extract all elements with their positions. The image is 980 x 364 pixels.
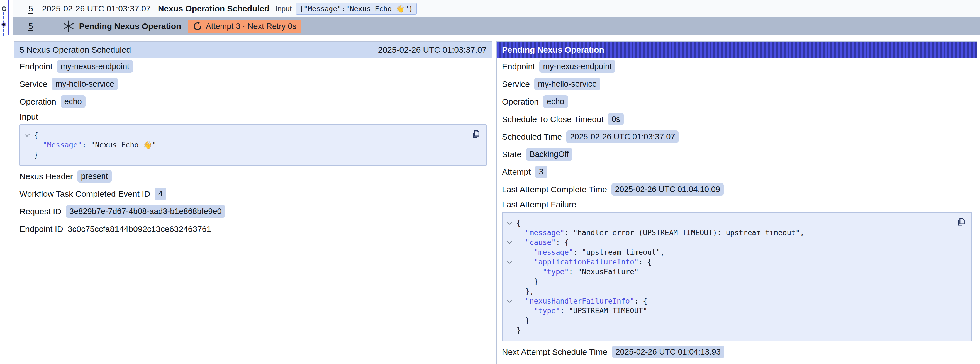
pending-event-title: Pending Nexus Operation — [79, 21, 181, 31]
pending-panel-title: Pending Nexus Operation — [502, 45, 604, 54]
detail-field-endpoint-id: Endpoint ID3c0c75ccfa8144b092c13ce632463… — [19, 220, 487, 238]
failure-code-block: { "message": "handler error (UPSTREAM_TI… — [502, 212, 972, 342]
collapse-chevron-icon[interactable] — [20, 134, 34, 137]
code-line-text: { — [34, 131, 38, 140]
field-label: State — [502, 150, 522, 159]
detail-field-scheduled-time: Scheduled Time2025-02-26 UTC 01:03:37.07 — [502, 128, 972, 145]
field-label: Scheduled Time — [502, 132, 562, 142]
scheduled-panel-timestamp: 2025-02-26 UTC 01:03:37.07 — [378, 45, 487, 54]
code-line-text: } — [34, 150, 38, 160]
copy-icon — [471, 129, 480, 139]
field-label: Operation — [502, 97, 539, 107]
copy-icon — [956, 217, 966, 227]
code-line: } — [503, 277, 952, 287]
code-line: "type": "NexusFailure" — [503, 267, 952, 277]
code-line: "message": "upstream timeout", — [503, 247, 952, 257]
field-label: Schedule To Close Timeout — [502, 115, 604, 124]
timeline-current-dot-icon — [2, 22, 6, 27]
detail-field-operation: Operationecho — [19, 93, 487, 110]
pending-star-icon — [62, 20, 75, 32]
retry-icon — [193, 21, 202, 31]
code-line-text: { — [517, 218, 521, 228]
collapse-chevron-icon[interactable] — [503, 241, 517, 244]
code-line: "message": "handler error (UPSTREAM_TIME… — [503, 228, 952, 238]
code-line-text: "applicationFailureInfo": { — [517, 257, 652, 267]
input-code-block: { "Message": "Nexus Echo 👋"} — [19, 124, 487, 166]
field-value-badge: echo — [61, 95, 86, 108]
code-line: } — [503, 326, 952, 335]
field-label: Service — [502, 80, 530, 89]
code-line-text: } — [517, 326, 521, 335]
field-value-badge: my-hello-service — [52, 78, 118, 90]
detail-field-attempt: Attempt3 — [502, 163, 972, 180]
detail-field-endpoint: Endpointmy-nexus-endpoint — [19, 58, 487, 75]
code-line: { — [503, 218, 952, 228]
field-label: Request ID — [19, 207, 61, 216]
code-line-text: "message": "handler error (UPSTREAM_TIME… — [517, 228, 804, 238]
collapse-chevron-icon[interactable] — [503, 221, 517, 225]
field-value-badge: 2025-02-26 UTC 01:04:13.93 — [612, 346, 724, 358]
detail-field-next-attempt-schedule-time: Next Attempt Schedule Time2025-02-26 UTC… — [502, 343, 972, 361]
field-label: Endpoint — [19, 62, 52, 71]
code-line-text: "cause": { — [517, 238, 569, 247]
field-value-badge: my-hello-service — [534, 78, 600, 90]
copy-button[interactable] — [471, 129, 480, 139]
endpoint-id-link[interactable]: 3c0c75ccfa8144b092c13ce632463761 — [68, 224, 211, 234]
code-line: "Message": "Nexus Echo 👋" — [20, 140, 466, 150]
pending-panel-header: Pending Nexus Operation — [497, 42, 977, 58]
code-line-text: "message": "upstream timeout", — [517, 247, 665, 257]
collapse-chevron-icon[interactable] — [503, 260, 517, 264]
scheduled-panel-title: 5 Nexus Operation Scheduled — [19, 45, 131, 54]
failure-section-label: Last Attempt Failure — [502, 198, 972, 211]
field-value-badge: 3e829b7e-7d67-4b08-aad3-b1e868bfe9e0 — [66, 205, 225, 218]
code-line-text: }, — [517, 287, 534, 296]
detail-field-workflow-task-completed-event-id: Workflow Task Completed Event ID4 — [19, 185, 487, 203]
timeline-start-circle-icon — [2, 6, 6, 11]
copy-button[interactable] — [956, 217, 966, 227]
code-line: } — [503, 316, 952, 326]
event-id-link[interactable]: 5 — [29, 21, 33, 31]
pending-operation-panel: Pending Nexus Operation Endpointmy-nexus… — [496, 41, 977, 364]
code-line-text: } — [517, 277, 538, 287]
detail-field-nexus-header: Nexus Headerpresent — [19, 168, 487, 185]
code-line: "nexusHandlerFailureInfo": { — [503, 296, 952, 306]
field-label: Endpoint ID — [19, 224, 63, 234]
code-line-text: "type": "UPSTREAM_TIMEOUT" — [517, 306, 648, 316]
collapse-chevron-icon[interactable] — [503, 299, 517, 303]
code-line: "cause": { — [503, 238, 952, 247]
detail-field-operation: Operationecho — [502, 93, 972, 110]
code-line: "type": "UPSTREAM_TIMEOUT" — [503, 306, 952, 316]
field-label: Attempt — [502, 167, 531, 177]
temporal-event-history-view: 5 2025-02-26 UTC 01:03:37.07 Nexus Opera… — [0, 0, 980, 364]
code-line-text: "nexusHandlerFailureInfo": { — [517, 296, 648, 306]
field-label: Operation — [19, 97, 56, 107]
field-value-badge: my-nexus-endpoint — [57, 60, 133, 73]
field-label: Nexus Header — [19, 172, 73, 181]
detail-field-schedule-to-close-timeout: Schedule To Close Timeout0s — [502, 110, 972, 128]
detail-field-request-id: Request ID3e829b7e-7d67-4b08-aad3-b1e868… — [19, 203, 487, 220]
event-row-nexus-operation-scheduled[interactable]: 5 2025-02-26 UTC 01:03:37.07 Nexus Opera… — [13, 0, 980, 17]
event-id-link[interactable]: 5 — [29, 4, 33, 13]
scheduled-panel-header: 5 Nexus Operation Scheduled 2025-02-26 U… — [14, 42, 492, 58]
field-value-badge: 2025-02-26 UTC 01:04:10.09 — [611, 183, 724, 196]
event-detail-panel-scheduled: 5 Nexus Operation Scheduled 2025-02-26 U… — [14, 41, 492, 364]
field-value-badge: my-nexus-endpoint — [539, 60, 616, 73]
event-title: Nexus Operation Scheduled — [158, 4, 269, 13]
field-label: Next Attempt Schedule Time — [502, 347, 608, 357]
code-line: "applicationFailureInfo": { — [503, 257, 952, 267]
code-line: { — [20, 131, 466, 140]
field-label: Last Attempt Complete Time — [502, 185, 607, 194]
detail-field-state: StateBackingOff — [502, 145, 972, 163]
detail-field-service: Servicemy-hello-service — [502, 75, 972, 93]
field-value-badge: 3 — [535, 166, 547, 178]
event-timestamp: 2025-02-26 UTC 01:03:37.07 — [42, 4, 151, 13]
event-row-pending-nexus-operation[interactable]: 5 Pending Nexus Operation Attempt 3 · Ne… — [13, 17, 980, 35]
code-line: } — [20, 150, 466, 160]
detail-field-service: Servicemy-hello-service — [19, 75, 487, 93]
code-line-text: "type": "NexusFailure" — [517, 267, 638, 277]
field-value-badge: BackingOff — [526, 148, 573, 161]
input-label: Input — [275, 5, 292, 13]
timeline-active-bar — [8, 0, 9, 35]
code-line: }, — [503, 287, 952, 296]
retry-badge-text: Attempt 3 · Next Retry 0s — [205, 22, 296, 31]
